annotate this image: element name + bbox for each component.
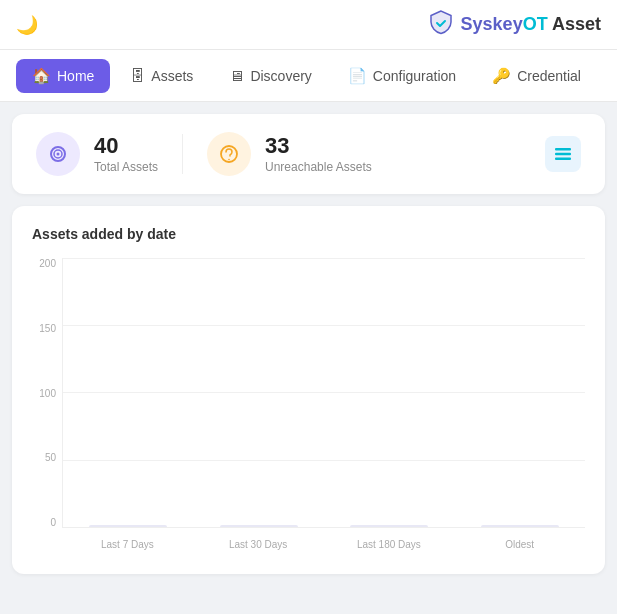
x-labels: Last 7 Days Last 30 Days Last 180 Days O… xyxy=(62,530,585,558)
stats-section: 40 Total Assets 33 Unreachable Assets xyxy=(12,114,605,194)
svg-rect-7 xyxy=(555,158,571,161)
bars-container xyxy=(62,258,585,528)
list-view-button[interactable] xyxy=(545,136,581,172)
nav-label-home: Home xyxy=(57,68,94,84)
credential-icon: 🔑 xyxy=(492,67,511,85)
x-label-7days: Last 7 Days xyxy=(62,539,193,550)
total-assets-label: Total Assets xyxy=(94,160,158,174)
y-label-150: 150 xyxy=(39,323,56,334)
stats-left: 40 Total Assets 33 Unreachable Assets xyxy=(36,132,372,176)
bar-group-30days xyxy=(194,525,325,527)
bar-group-180days xyxy=(324,525,455,527)
svg-rect-5 xyxy=(555,148,571,151)
total-assets-icon-circle xyxy=(36,132,80,176)
unreachable-icon-circle xyxy=(207,132,251,176)
assets-icon: 🗄 xyxy=(130,67,145,84)
nav-label-credential: Credential xyxy=(517,68,581,84)
stat-total-assets: 40 Total Assets xyxy=(36,132,158,176)
nav-bar: 🏠 Home 🗄 Assets 🖥 Discovery 📄 Configurat… xyxy=(0,50,617,102)
assets-by-date-card: Assets added by date 200 150 100 50 0 xyxy=(12,206,605,574)
nav-item-credential[interactable]: 🔑 Credential xyxy=(476,59,597,93)
nav-label-assets: Assets xyxy=(151,68,193,84)
nav-label-discovery: Discovery xyxy=(250,68,311,84)
svg-rect-6 xyxy=(555,153,571,156)
unreachable-number: 33 xyxy=(265,134,372,158)
y-label-100: 100 xyxy=(39,388,56,399)
nav-item-assets[interactable]: 🗄 Assets xyxy=(114,59,209,92)
brand-name: SyskeyOT Asset xyxy=(461,14,601,35)
x-label-30days: Last 30 Days xyxy=(193,539,324,550)
brand-ot: OT xyxy=(523,14,548,34)
chart-area: 200 150 100 50 0 xyxy=(32,258,585,558)
nav-item-configuration[interactable]: 📄 Configuration xyxy=(332,59,472,93)
x-label-oldest: Oldest xyxy=(454,539,585,550)
nav-item-home[interactable]: 🏠 Home xyxy=(16,59,110,93)
header: 🌙 SyskeyOT Asset xyxy=(0,0,617,50)
header-left: 🌙 xyxy=(16,14,38,36)
y-label-200: 200 xyxy=(39,258,56,269)
brand-asset: Asset xyxy=(548,14,601,34)
discovery-icon: 🖥 xyxy=(229,67,244,84)
dark-mode-icon[interactable]: 🌙 xyxy=(16,14,38,36)
y-axis: 200 150 100 50 0 xyxy=(32,258,62,528)
bar-group-oldest xyxy=(455,525,586,527)
nav-item-di[interactable]: ⊞ Di xyxy=(601,59,617,93)
total-assets-number: 40 xyxy=(94,134,158,158)
nav-label-configuration: Configuration xyxy=(373,68,456,84)
stat-divider xyxy=(182,134,183,174)
total-assets-info: 40 Total Assets xyxy=(94,134,158,174)
x-label-180days: Last 180 Days xyxy=(324,539,455,550)
brand-syskey: Syskey xyxy=(461,14,523,34)
bar-group-7days xyxy=(63,525,194,527)
unreachable-label: Unreachable Assets xyxy=(265,160,372,174)
y-label-0: 0 xyxy=(50,517,56,528)
chart-title: Assets added by date xyxy=(32,226,585,242)
bar-7days xyxy=(89,525,167,527)
svg-point-4 xyxy=(228,159,230,161)
stat-unreachable: 33 Unreachable Assets xyxy=(207,132,372,176)
bar-180days xyxy=(350,525,428,527)
config-icon: 📄 xyxy=(348,67,367,85)
y-label-50: 50 xyxy=(45,452,56,463)
charts-row: Assets added by date 200 150 100 50 0 xyxy=(12,206,605,574)
brand-logo: SyskeyOT Asset xyxy=(427,9,601,41)
bar-30days xyxy=(220,525,298,527)
shield-icon xyxy=(427,9,455,41)
bar-oldest xyxy=(481,525,559,527)
unreachable-info: 33 Unreachable Assets xyxy=(265,134,372,174)
svg-point-2 xyxy=(57,153,60,156)
nav-item-discovery[interactable]: 🖥 Discovery xyxy=(213,59,327,92)
home-icon: 🏠 xyxy=(32,67,51,85)
